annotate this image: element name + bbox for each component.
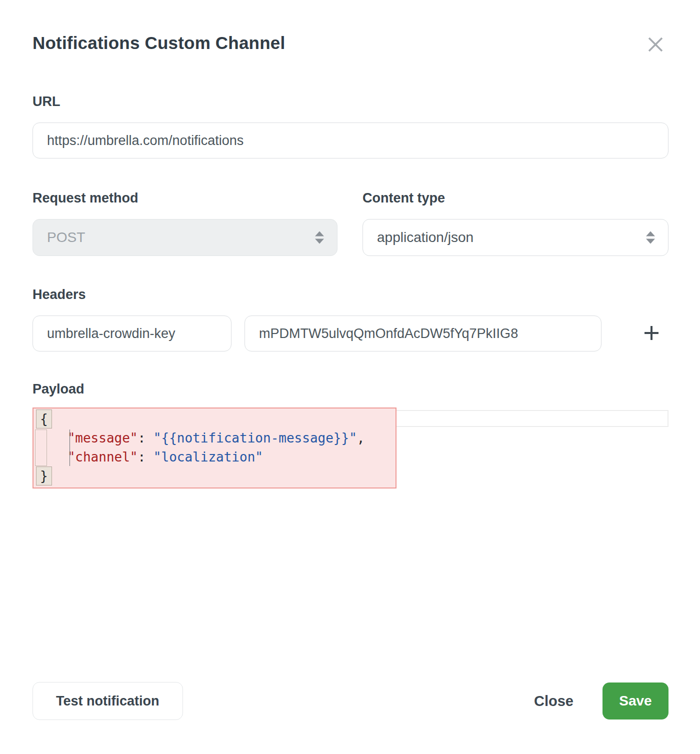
url-input[interactable] bbox=[32, 122, 668, 158]
header-row bbox=[32, 316, 668, 352]
chevron-up-down-icon bbox=[315, 232, 324, 244]
request-method-label: Request method bbox=[32, 190, 338, 206]
close-brace: } bbox=[36, 466, 52, 486]
indent-guide-line bbox=[70, 430, 70, 466]
dialog-footer: Test notification Close Save bbox=[32, 682, 668, 720]
test-notification-button[interactable]: Test notification bbox=[32, 682, 183, 720]
url-label: URL bbox=[32, 94, 668, 110]
code-line-1: { bbox=[36, 410, 396, 428]
payload-group: Payload { "message": "{{notification-mes… bbox=[32, 382, 668, 494]
close-dialog-button[interactable]: Close bbox=[534, 693, 574, 710]
json-key: "channel" bbox=[68, 450, 138, 464]
plus-icon bbox=[643, 324, 660, 343]
content-type-group: Content type application/json bbox=[362, 190, 668, 256]
add-header-button[interactable] bbox=[640, 322, 664, 346]
json-value: "{{notification-message}}" bbox=[154, 430, 357, 446]
code-line-4: } bbox=[36, 466, 396, 486]
code-line-3: "channel": "localization" bbox=[36, 448, 396, 466]
close-button[interactable] bbox=[644, 34, 666, 56]
open-brace: { bbox=[36, 410, 52, 428]
notifications-custom-channel-dialog: Notifications Custom Channel URL Request… bbox=[0, 0, 700, 754]
url-field-group: URL bbox=[32, 94, 668, 158]
headers-group: Headers bbox=[32, 287, 668, 352]
headers-label: Headers bbox=[32, 287, 668, 302]
payload-label: Payload bbox=[32, 382, 668, 397]
content-type-label: Content type bbox=[362, 190, 668, 206]
bracket-scope-marker bbox=[35, 430, 47, 466]
json-key: "message" bbox=[68, 430, 138, 446]
dialog-header: Notifications Custom Channel bbox=[32, 33, 668, 56]
chevron-up-down-icon bbox=[646, 232, 655, 244]
request-method-group: Request method POST bbox=[32, 190, 338, 256]
code-line-2: "message": "{{notification-message}}", bbox=[36, 428, 396, 448]
save-button[interactable]: Save bbox=[602, 682, 668, 720]
json-value: "localization" bbox=[154, 450, 263, 464]
method-content-row: Request method POST Content type applica… bbox=[32, 190, 668, 256]
page-title: Notifications Custom Channel bbox=[32, 33, 285, 53]
content-type-value: application/json bbox=[377, 230, 474, 246]
header-key-input[interactable] bbox=[32, 316, 232, 352]
content-type-select[interactable]: application/json bbox=[362, 219, 668, 256]
request-method-value: POST bbox=[47, 230, 85, 246]
payload-editor[interactable]: { "message": "{{notification-message}}",… bbox=[32, 408, 668, 494]
payload-error-highlight[interactable]: { "message": "{{notification-message}}",… bbox=[32, 408, 396, 488]
header-value-input[interactable] bbox=[244, 316, 602, 352]
close-icon bbox=[646, 34, 666, 56]
request-method-select[interactable]: POST bbox=[32, 219, 338, 256]
footer-actions: Close Save bbox=[534, 682, 668, 720]
